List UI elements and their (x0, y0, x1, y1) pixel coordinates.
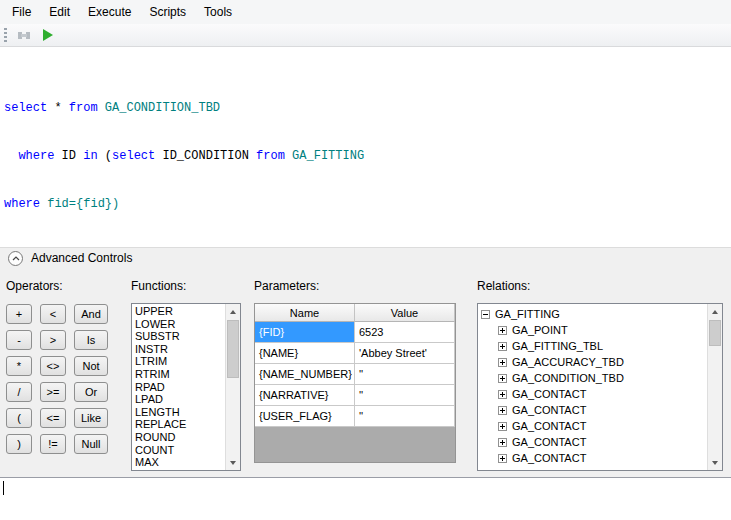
operator-not-button[interactable]: Not (74, 356, 108, 376)
tree-node-label: GA_CONTACT (512, 404, 586, 416)
function-item[interactable]: RTRIM (132, 368, 225, 381)
functions-scrollbar[interactable] (225, 304, 240, 470)
operator-plus-button[interactable]: + (6, 304, 32, 324)
scroll-thumb[interactable] (227, 320, 239, 378)
operator-like-button[interactable]: Like (74, 408, 108, 428)
parameter-value-cell[interactable]: 'Abbey Street' (355, 343, 455, 364)
expand-icon[interactable] (498, 422, 507, 431)
function-item[interactable]: INSTR (132, 343, 225, 356)
parameter-row: {NAME_NUMBER} '' (255, 364, 455, 385)
parameter-name-cell[interactable]: {NAME} (255, 343, 355, 364)
tree-node-root[interactable]: GA_FITTING (478, 306, 707, 322)
operator-neq-button[interactable]: != (40, 434, 66, 454)
tree-node[interactable]: GA_FITTING_TBL (478, 338, 707, 354)
operator-rparen-button[interactable]: ) (6, 434, 32, 454)
function-item[interactable]: LOWER (132, 318, 225, 331)
parameter-name-cell[interactable]: {NARRATIVE} (255, 385, 355, 406)
parameter-value-cell[interactable]: 6523 (355, 322, 455, 343)
scroll-thumb[interactable] (709, 320, 721, 346)
operator-le-button[interactable]: <= (40, 408, 66, 428)
menu-scripts[interactable]: Scripts (140, 0, 195, 24)
menu-execute[interactable]: Execute (79, 0, 140, 24)
function-item[interactable]: RPAD (132, 381, 225, 394)
functions-listbox: UPPER LOWER SUBSTR INSTR LTRIM RTRIM RPA… (131, 303, 241, 471)
function-item[interactable]: ROUND (132, 431, 225, 444)
collapse-section-button[interactable] (8, 251, 23, 266)
operator-null-button[interactable]: Null (74, 434, 108, 454)
operator-div-button[interactable]: / (6, 382, 32, 402)
tree-node[interactable]: GA_CONDITION_TBD (478, 370, 707, 386)
operator-star-button[interactable]: * (6, 356, 32, 376)
message-input[interactable] (0, 477, 731, 520)
tree-node-label: GA_CONTACT (512, 452, 586, 464)
parameter-name-cell[interactable]: {FID} (255, 322, 355, 343)
relations-tree-body: GA_FITTING GA_POINT GA_FITTING_TBL GA_AC… (478, 304, 707, 470)
chevron-up-icon (12, 256, 20, 261)
operator-or-button[interactable]: Or (74, 382, 108, 402)
parameter-name-cell[interactable]: {NAME_NUMBER} (255, 364, 355, 385)
menu-edit[interactable]: Edit (40, 0, 79, 24)
parameter-value-cell[interactable]: '' (355, 364, 455, 385)
menu-file[interactable]: File (3, 0, 40, 24)
function-item[interactable]: UPPER (132, 305, 225, 318)
operator-ge-button[interactable]: >= (40, 382, 66, 402)
operator-and-button[interactable]: And (74, 304, 108, 324)
operator-ne-button[interactable]: <> (40, 356, 66, 376)
function-item[interactable]: MAX (132, 456, 225, 469)
connect-icon[interactable] (14, 26, 34, 44)
operator-minus-button[interactable]: - (6, 330, 32, 350)
tree-node[interactable]: GA_CONTACT (478, 450, 707, 466)
scroll-down-icon[interactable] (708, 455, 722, 470)
tree-node[interactable]: GA_POINT (478, 322, 707, 338)
scroll-up-icon[interactable] (708, 304, 722, 319)
parameter-row: {NAME} 'Abbey Street' (255, 343, 455, 364)
relations-scrollbar[interactable] (707, 304, 722, 470)
scroll-down-icon[interactable] (226, 455, 240, 470)
parameter-value-cell[interactable]: '' (355, 406, 455, 427)
tree-node-label: GA_FITTING (495, 308, 560, 320)
parameters-header-row: Name Value (255, 304, 455, 322)
column-header-value[interactable]: Value (355, 304, 455, 322)
function-item[interactable]: LPAD (132, 393, 225, 406)
expand-icon[interactable] (498, 406, 507, 415)
operator-lt-button[interactable]: < (40, 304, 66, 324)
tree-node[interactable]: GA_CONTACT (478, 402, 707, 418)
text-caret (3, 481, 4, 495)
operator-gt-button[interactable]: > (40, 330, 66, 350)
tree-node-label: GA_CONDITION_TBD (512, 372, 624, 384)
tree-node[interactable]: GA_DISPOSITION_STATE_TBD (478, 466, 707, 470)
parameter-name-cell[interactable]: {USER_FLAG} (255, 406, 355, 427)
expand-icon[interactable] (498, 470, 507, 471)
tree-node[interactable]: GA_ACCURACY_TBD (478, 354, 707, 370)
tree-node-label: GA_ACCURACY_TBD (512, 356, 624, 368)
expand-icon[interactable] (498, 374, 507, 383)
function-item[interactable]: REPLACE (132, 418, 225, 431)
expand-icon[interactable] (498, 438, 507, 447)
column-header-name[interactable]: Name (255, 304, 355, 322)
operators-label: Operators: (6, 279, 63, 293)
function-item[interactable]: SUBSTR (132, 330, 225, 343)
sql-editor[interactable]: select * from GA_CONDITION_TBD where ID … (0, 47, 731, 247)
menu-tools[interactable]: Tools (195, 0, 241, 24)
connect-icon-glyph (16, 27, 32, 43)
expand-icon[interactable] (498, 342, 507, 351)
sql-line: select * from GA_CONDITION_TBD (4, 100, 731, 116)
collapse-icon[interactable] (481, 310, 490, 319)
operator-is-button[interactable]: Is (74, 330, 108, 350)
function-item[interactable]: LTRIM (132, 355, 225, 368)
expand-icon[interactable] (498, 326, 507, 335)
parameter-row: {NARRATIVE} '' (255, 385, 455, 406)
operator-lparen-button[interactable]: ( (6, 408, 32, 428)
run-button[interactable] (38, 26, 58, 44)
expand-icon[interactable] (498, 358, 507, 367)
function-item[interactable]: LENGTH (132, 406, 225, 419)
function-item[interactable]: COUNT (132, 444, 225, 457)
tree-node[interactable]: GA_CONTACT (478, 386, 707, 402)
expand-icon[interactable] (498, 454, 507, 463)
expand-icon[interactable] (498, 390, 507, 399)
tree-node[interactable]: GA_CONTACT (478, 418, 707, 434)
tree-node[interactable]: GA_CONTACT (478, 434, 707, 450)
parameter-value-cell[interactable]: '' (355, 385, 455, 406)
scroll-up-icon[interactable] (226, 304, 240, 319)
tree-node-label: GA_POINT (512, 324, 568, 336)
